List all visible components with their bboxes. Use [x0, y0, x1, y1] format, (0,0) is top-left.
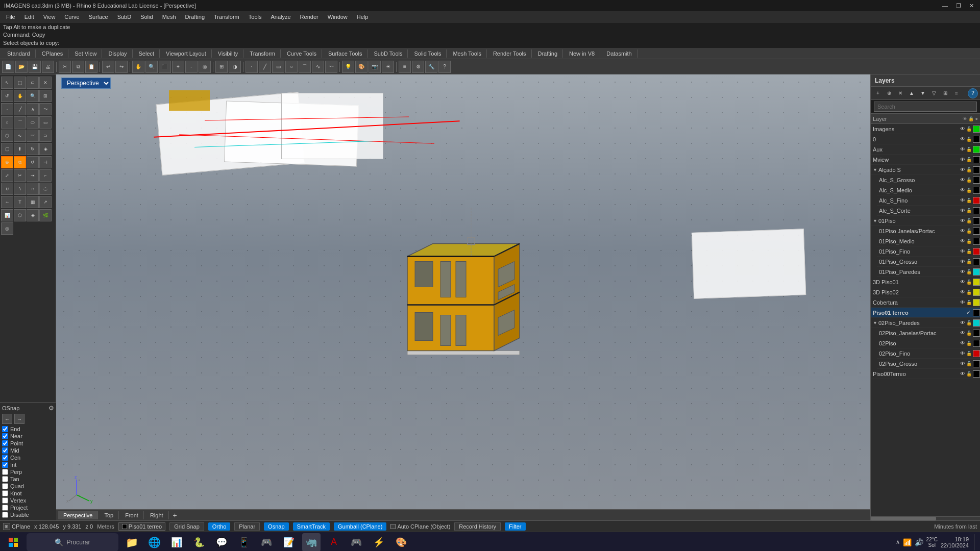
- layer-01piso-grosso[interactable]: 01Piso_Grosso 👁 🔓: [877, 257, 980, 267]
- layer-0[interactable]: 0 👁 🔓: [871, 134, 980, 144]
- toolbar-zoom-out[interactable]: -: [185, 61, 198, 73]
- tool-pan-view[interactable]: ✋: [14, 90, 26, 102]
- menu-view[interactable]: View: [39, 13, 60, 21]
- taskbar-app3[interactable]: 💬: [212, 533, 231, 551]
- menu-solid[interactable]: Solid: [136, 13, 157, 21]
- tool-surface[interactable]: ▢: [1, 143, 13, 155]
- toolbar-help[interactable]: ?: [438, 61, 451, 73]
- status-filter[interactable]: Filter: [505, 522, 525, 531]
- weather-widget[interactable]: 22°C Sol: [926, 537, 938, 548]
- toolbar-open[interactable]: 📂: [15, 61, 28, 73]
- tool-ellipse[interactable]: ⬭: [27, 116, 39, 129]
- menu-surface[interactable]: Surface: [85, 13, 112, 21]
- toolbar-layer[interactable]: ≡: [399, 61, 411, 73]
- tab-viewport-layout[interactable]: Viewport Layout: [161, 49, 212, 58]
- layers-search-input[interactable]: [874, 102, 977, 112]
- layer-01piso-medio[interactable]: 01Piso_Medio 👁 🔓: [877, 236, 980, 246]
- toolbar-sun[interactable]: ☀: [382, 61, 394, 73]
- layer-eye-icon[interactable]: 👁: [960, 146, 965, 152]
- status-gumball[interactable]: Gumball (CPlane): [334, 522, 386, 531]
- tab-render-tools[interactable]: Render Tools: [488, 49, 532, 58]
- tool-revolve[interactable]: ↻: [27, 143, 39, 155]
- tool-helix[interactable]: ⊃: [39, 130, 52, 142]
- layer-color-swatch[interactable]: [973, 268, 980, 276]
- tool-deselect[interactable]: ✕: [39, 77, 52, 89]
- tab-subd-tools[interactable]: SubD Tools: [369, 49, 408, 58]
- toolbar-curve[interactable]: ∿: [312, 61, 324, 73]
- minimize-btn[interactable]: —: [940, 3, 950, 9]
- status-smarttrack[interactable]: SmartTrack: [293, 522, 330, 531]
- tool-nurbs[interactable]: 〰: [27, 130, 39, 142]
- tab-surface-tools[interactable]: Surface Tools: [323, 49, 368, 58]
- layer-color-swatch[interactable]: [973, 248, 980, 255]
- osnap-cen[interactable]: Cen: [2, 454, 54, 461]
- tab-standard[interactable]: Standard: [2, 49, 36, 58]
- status-planar[interactable]: Planar: [234, 522, 260, 531]
- maximize-btn[interactable]: ❐: [954, 3, 963, 9]
- status-osnap[interactable]: Osnap: [264, 522, 288, 531]
- expand-icon[interactable]: ▼: [873, 218, 877, 223]
- layer-aux[interactable]: Aux 👁 🔓: [871, 144, 980, 155]
- toolbar-render[interactable]: 📷: [369, 61, 381, 73]
- layer-lock-icon[interactable]: 🔓: [966, 137, 972, 142]
- tab-new-v8[interactable]: New in V8: [564, 49, 600, 58]
- toolbar-shade[interactable]: ◑: [229, 61, 241, 73]
- taskbar-epic[interactable]: 🎮: [347, 533, 365, 551]
- osnap-end[interactable]: End: [2, 425, 54, 433]
- layer-alc-s-fino[interactable]: Alc_S_Fino 👁 🔓: [877, 195, 980, 206]
- titlebar-controls[interactable]: — ❐ ✕: [940, 3, 976, 9]
- layer-alc-s-medio[interactable]: Alc_S_Medio 👁 🔓: [877, 185, 980, 195]
- layer-color-swatch[interactable]: [973, 360, 980, 367]
- tool-boolean-int[interactable]: ∩: [27, 183, 39, 195]
- layer-01piso-fino[interactable]: 01Piso_Fino 👁 🔓: [877, 246, 980, 257]
- layers-menu-btn[interactable]: ≡: [951, 88, 962, 98]
- layer-eye-icon[interactable]: 👁: [960, 126, 965, 132]
- osnap-perp[interactable]: Perp: [2, 468, 54, 475]
- osnap-vertex[interactable]: Vertex: [2, 497, 54, 504]
- toolbar-properties[interactable]: ⚙: [412, 61, 424, 73]
- tool-boolean-diff[interactable]: ∖: [14, 183, 26, 195]
- windows-start-btn[interactable]: [4, 533, 22, 551]
- taskbar-explorer[interactable]: 📁: [122, 533, 141, 551]
- layer-alcado-s[interactable]: ▼ Alçado S 👁 🔓: [871, 165, 980, 175]
- tool-rotate[interactable]: ↺: [27, 156, 39, 168]
- layer-02piso-grosso[interactable]: 02Piso_Grosso 👁 🔓: [877, 359, 980, 369]
- layer-02piso-fino[interactable]: 02Piso_Fino 👁 🔓: [877, 348, 980, 359]
- tool-mirror[interactable]: ⊣: [39, 156, 52, 168]
- menu-render[interactable]: Render: [296, 13, 323, 21]
- tool-extrude[interactable]: ⬆: [14, 143, 26, 155]
- show-desktop-btn[interactable]: [974, 534, 976, 550]
- tool-polyline[interactable]: ∧: [27, 103, 39, 115]
- tool-line[interactable]: ╱: [14, 103, 26, 115]
- layers-delete-btn[interactable]: ✕: [895, 88, 905, 98]
- toolbar-rect[interactable]: ▭: [272, 61, 284, 73]
- toolbar-paste[interactable]: 📋: [85, 61, 97, 73]
- layers-grid-btn[interactable]: ⊞: [940, 88, 950, 98]
- status-autocplane-container[interactable]: Auto CPlane (Object): [390, 523, 450, 530]
- network-icon[interactable]: 📶: [903, 538, 912, 546]
- tool-rect[interactable]: ▭: [39, 116, 52, 129]
- tool-extend[interactable]: ⇥: [27, 169, 39, 182]
- tool-circle[interactable]: ○: [1, 116, 13, 129]
- tab-select[interactable]: Select: [134, 49, 160, 58]
- status-layer-box[interactable]: Piso01 terreo: [118, 522, 165, 531]
- layer-piso00terreo[interactable]: Piso00Terreo 👁 🔓: [871, 369, 980, 379]
- tool-dim[interactable]: ↔: [1, 196, 13, 208]
- tool-leader[interactable]: ↗: [39, 196, 52, 208]
- toolbar-material[interactable]: 🎨: [355, 61, 368, 73]
- taskbar-app2[interactable]: 🐍: [190, 533, 208, 551]
- tab-solid-tools[interactable]: Solid Tools: [409, 49, 447, 58]
- toolbar-zoom-extents[interactable]: ⬛: [159, 61, 171, 73]
- layer-01piso-paredes[interactable]: 01Piso_Paredes 👁 🔓: [877, 267, 980, 277]
- toolbar-copy[interactable]: ⧉: [72, 61, 84, 73]
- layer-color-swatch[interactable]: [973, 126, 980, 133]
- osnap-mid[interactable]: Mid: [2, 447, 54, 454]
- layer-lock-icon[interactable]: 🔓: [966, 157, 972, 162]
- layer-eye-icon[interactable]: 👁: [960, 167, 965, 172]
- taskbar-app8[interactable]: 🎨: [392, 533, 410, 551]
- layer-alc-s-corte[interactable]: Alc_S_Corte 👁 🔓: [877, 206, 980, 216]
- toolbar-zoom-sel[interactable]: ◎: [199, 61, 211, 73]
- tab-visibility[interactable]: Visibility: [213, 49, 244, 58]
- layer-color-swatch[interactable]: [973, 350, 980, 357]
- tool-point[interactable]: ·: [1, 103, 13, 115]
